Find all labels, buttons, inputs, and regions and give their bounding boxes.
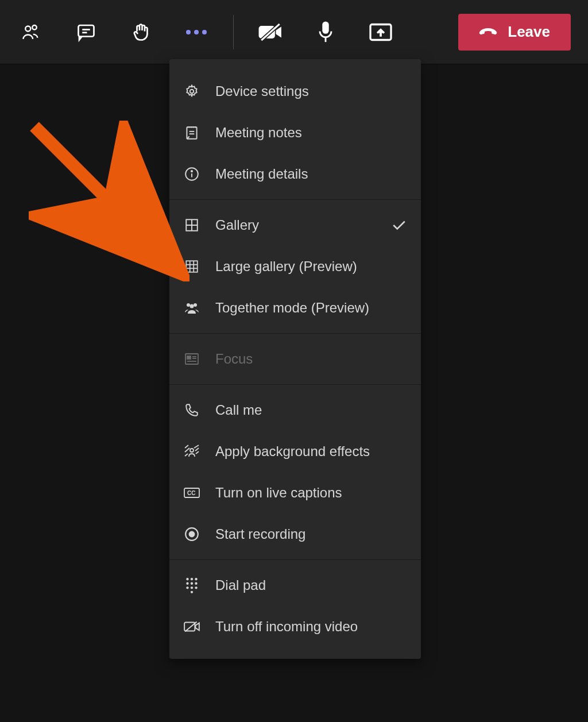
menu-dial-pad[interactable]: Dial pad bbox=[169, 565, 421, 606]
focus-icon bbox=[183, 350, 200, 368]
svg-point-15 bbox=[190, 90, 194, 94]
svg-point-57 bbox=[195, 586, 197, 589]
people-group-icon bbox=[183, 299, 200, 316]
menu-label: Meeting notes bbox=[215, 125, 407, 141]
more-actions-button[interactable] bbox=[183, 18, 210, 46]
menu-label: Turn on live captions bbox=[215, 485, 407, 501]
chat-button[interactable] bbox=[72, 18, 100, 46]
svg-line-43 bbox=[185, 454, 188, 456]
svg-line-41 bbox=[194, 445, 199, 448]
svg-point-50 bbox=[191, 578, 193, 580]
people-button[interactable] bbox=[17, 18, 45, 46]
more-actions-menu: Device settings Meeting notes Meeting de… bbox=[169, 59, 421, 659]
svg-point-51 bbox=[195, 578, 197, 580]
menu-meeting-details[interactable]: Meeting details bbox=[169, 153, 421, 195]
meeting-toolbar: Leave bbox=[0, 0, 588, 64]
annotation-arrow bbox=[29, 121, 189, 281]
svg-point-30 bbox=[187, 303, 190, 307]
menu-focus: Focus bbox=[169, 338, 421, 380]
toolbar-divider bbox=[233, 15, 234, 49]
svg-point-0 bbox=[25, 26, 30, 31]
svg-point-53 bbox=[191, 582, 193, 585]
svg-rect-59 bbox=[184, 623, 195, 631]
raise-hand-button[interactable] bbox=[127, 18, 155, 46]
svg-line-40 bbox=[185, 448, 189, 452]
cc-icon: CC bbox=[183, 484, 200, 501]
info-icon bbox=[183, 165, 200, 183]
camera-off-icon bbox=[258, 22, 283, 43]
svg-rect-34 bbox=[187, 356, 191, 359]
notes-icon bbox=[183, 124, 200, 141]
menu-background-effects[interactable]: Apply background effects bbox=[169, 431, 421, 472]
menu-device-settings[interactable]: Device settings bbox=[169, 71, 421, 112]
phone-icon bbox=[183, 401, 200, 419]
menu-label: Focus bbox=[215, 351, 407, 367]
grid-2x2-icon bbox=[183, 217, 200, 234]
menu-label: Start recording bbox=[215, 526, 407, 542]
svg-point-58 bbox=[191, 591, 193, 593]
menu-label: Gallery bbox=[215, 217, 376, 233]
menu-live-captions[interactable]: CC Turn on live captions bbox=[169, 472, 421, 513]
menu-label: Call me bbox=[215, 402, 407, 418]
gear-icon bbox=[183, 83, 200, 100]
svg-point-21 bbox=[191, 171, 192, 172]
menu-together-mode[interactable]: Together mode (Preview) bbox=[169, 287, 421, 329]
svg-point-5 bbox=[186, 30, 191, 34]
svg-line-42 bbox=[195, 448, 199, 451]
svg-point-38 bbox=[190, 449, 194, 452]
svg-point-48 bbox=[189, 532, 195, 537]
menu-meeting-notes[interactable]: Meeting notes bbox=[169, 112, 421, 153]
svg-rect-2 bbox=[79, 25, 94, 37]
share-button[interactable] bbox=[367, 18, 394, 46]
people-icon bbox=[21, 22, 41, 43]
more-icon bbox=[184, 26, 209, 38]
svg-rect-25 bbox=[186, 261, 198, 272]
menu-label: Together mode (Preview) bbox=[215, 300, 407, 316]
svg-rect-11 bbox=[322, 21, 328, 33]
menu-label: Dial pad bbox=[215, 577, 407, 593]
menu-call-me[interactable]: Call me bbox=[169, 389, 421, 431]
menu-start-recording[interactable]: Start recording bbox=[169, 513, 421, 555]
record-icon bbox=[183, 526, 200, 543]
svg-point-52 bbox=[186, 582, 188, 585]
chat-icon bbox=[76, 22, 96, 43]
menu-large-gallery[interactable]: Large gallery (Preview) bbox=[169, 246, 421, 287]
menu-label: Device settings bbox=[215, 83, 407, 99]
svg-point-49 bbox=[186, 578, 188, 580]
dialpad-icon bbox=[183, 577, 200, 594]
microphone-icon bbox=[317, 21, 334, 44]
hangup-icon bbox=[479, 26, 497, 38]
svg-line-44 bbox=[196, 451, 199, 454]
menu-label: Meeting details bbox=[215, 166, 407, 182]
svg-text:CC: CC bbox=[187, 490, 195, 496]
hand-icon bbox=[131, 22, 152, 43]
leave-button[interactable]: Leave bbox=[458, 14, 571, 51]
svg-point-55 bbox=[186, 586, 188, 589]
menu-label: Turn off incoming video bbox=[215, 619, 407, 635]
mic-button[interactable] bbox=[312, 18, 339, 46]
menu-turn-off-incoming-video[interactable]: Turn off incoming video bbox=[169, 606, 421, 647]
video-off-icon bbox=[183, 618, 200, 635]
leave-label: Leave bbox=[508, 23, 550, 41]
grid-3x3-icon bbox=[183, 258, 200, 275]
svg-point-56 bbox=[191, 586, 193, 589]
menu-gallery[interactable]: Gallery bbox=[169, 204, 421, 246]
effects-icon bbox=[183, 443, 200, 460]
svg-point-54 bbox=[195, 582, 197, 585]
share-screen-icon bbox=[369, 22, 393, 43]
svg-point-6 bbox=[194, 30, 199, 34]
svg-line-61 bbox=[34, 126, 158, 250]
svg-point-7 bbox=[202, 30, 207, 34]
svg-point-1 bbox=[32, 25, 37, 30]
svg-line-39 bbox=[185, 445, 188, 448]
check-icon bbox=[391, 217, 407, 233]
camera-button[interactable] bbox=[257, 18, 284, 46]
svg-point-31 bbox=[194, 303, 197, 307]
svg-point-32 bbox=[190, 304, 194, 308]
menu-label: Large gallery (Preview) bbox=[215, 258, 407, 275]
menu-label: Apply background effects bbox=[215, 443, 407, 460]
